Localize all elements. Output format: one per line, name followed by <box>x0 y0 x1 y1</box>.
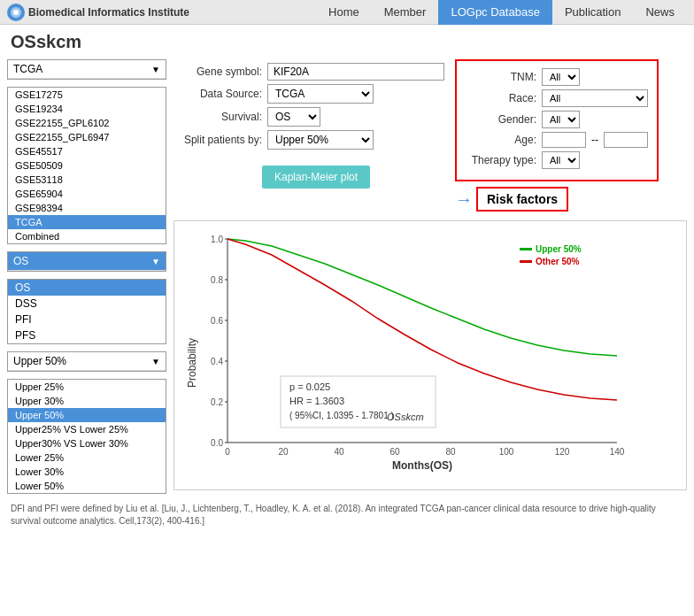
svg-text:120: 120 <box>555 447 570 457</box>
dataset-list: GSE17275 GSE19234 GSE22155_GPL6102 GSE22… <box>7 87 166 244</box>
gender-row: Gender: All <box>466 111 648 128</box>
os-dropdown[interactable]: OS ▼ <box>7 251 166 272</box>
svg-rect-27 <box>520 260 532 263</box>
split-item[interactable]: Lower 50% <box>8 479 166 493</box>
split-select[interactable]: Upper 50% <box>267 130 374 150</box>
split-item-upper50[interactable]: Upper 50% <box>8 408 166 422</box>
list-item-tcga[interactable]: TCGA <box>8 215 166 229</box>
list-item[interactable]: GSE45517 <box>8 144 166 158</box>
survival-row: Survival: OS <box>174 107 444 127</box>
nav-home[interactable]: Home <box>316 0 372 25</box>
tnm-row: TNM: All <box>466 68 648 86</box>
risk-arrow-icon: → <box>455 189 473 210</box>
os-option-os[interactable]: OS <box>8 280 166 296</box>
risk-factors-box: TNM: All Race: All Gender: <box>455 59 659 181</box>
gene-symbol-input[interactable] <box>267 63 444 81</box>
nav-news[interactable]: News <box>633 0 687 25</box>
svg-text:( 95%CI, 1.0395 - 1.7801 ): ( 95%CI, 1.0395 - 1.7801 ) <box>289 411 394 420</box>
split-label: Split patients by: <box>174 134 262 146</box>
svg-point-1 <box>13 10 19 15</box>
survival-select[interactable]: OS <box>267 107 320 127</box>
list-item[interactable]: GSE98394 <box>8 201 166 215</box>
therapy-select[interactable]: All <box>542 151 580 169</box>
list-item[interactable]: GSE50509 <box>8 158 166 173</box>
svg-text:60: 60 <box>389 447 400 457</box>
split-dropdown-header[interactable]: Upper 50% ▼ <box>8 352 166 371</box>
split-item[interactable]: Upper 30% <box>8 394 166 408</box>
os-dropdown-arrow: ▼ <box>151 257 160 266</box>
top-section: Gene symbol: Data Source: TCGA Survival:… <box>174 59 687 212</box>
gender-select[interactable]: All <box>542 111 580 128</box>
split-list: Upper 25% Upper 30% Upper 50% Upper25% V… <box>7 379 166 494</box>
data-source-label: Data Source: <box>174 88 262 100</box>
svg-text:0.0: 0.0 <box>211 438 223 448</box>
data-source-select[interactable]: TCGA <box>267 84 374 104</box>
nav-publication[interactable]: Publication <box>552 0 634 25</box>
svg-text:40: 40 <box>334 447 344 457</box>
nav-member[interactable]: Member <box>372 0 439 25</box>
split-dropdown[interactable]: Upper 50% ▼ <box>7 351 166 372</box>
svg-text:OSskcm: OSskcm <box>387 412 424 422</box>
list-item-combined[interactable]: Combined <box>8 229 166 243</box>
therapy-row: Therapy type: All <box>466 151 648 169</box>
svg-rect-25 <box>520 248 532 250</box>
kaplan-meier-button[interactable]: Kaplan-Meier plot <box>262 166 370 189</box>
os-selected-label: OS <box>13 255 28 267</box>
age-to-input[interactable] <box>604 132 648 148</box>
svg-text:0.8: 0.8 <box>211 275 223 285</box>
risk-factors-label: Risk factors <box>476 187 568 212</box>
form-area: Gene symbol: Data Source: TCGA Survival:… <box>174 59 444 192</box>
age-row: Age: -- <box>466 132 648 148</box>
list-item[interactable]: GSE17275 <box>8 88 166 102</box>
split-item[interactable]: Upper 25% <box>8 380 166 394</box>
split-item[interactable]: Lower 30% <box>8 465 166 479</box>
svg-text:Upper 50%: Upper 50% <box>536 244 582 254</box>
footer-text: DFI and PFI were defined by Liu et al. [… <box>0 497 694 533</box>
svg-text:0.4: 0.4 <box>211 357 223 366</box>
page-title: OSskcm <box>0 25 694 56</box>
kaplan-meier-chart: Probability 1.0 0.8 0.6 0.4 0.2 <box>183 230 644 478</box>
age-separator: -- <box>591 134 598 146</box>
list-item[interactable]: GSE65904 <box>8 187 166 201</box>
list-item[interactable]: GSE22155_GPL6947 <box>8 130 166 144</box>
dataset-dropdown-header[interactable]: TCGA ▼ <box>8 60 166 79</box>
split-item[interactable]: Upper30% VS Lower 30% <box>8 436 166 450</box>
os-option-pfi[interactable]: PFI <box>8 312 166 327</box>
kaplan-btn-wrapper: Kaplan-Meier plot <box>262 160 444 189</box>
tnm-label: TNM: <box>466 71 536 83</box>
split-item[interactable]: Upper25% VS Lower 25% <box>8 422 166 436</box>
chart-container: Probability 1.0 0.8 0.6 0.4 0.2 <box>174 220 687 490</box>
logo-text: Biomedical Informatics Institute <box>28 6 189 19</box>
split-item[interactable]: Lower 25% <box>8 450 166 465</box>
split-dropdown-arrow: ▼ <box>151 357 160 366</box>
race-select[interactable]: All <box>542 89 648 107</box>
svg-text:0.6: 0.6 <box>211 316 223 326</box>
gene-symbol-label: Gene symbol: <box>174 65 262 78</box>
svg-text:Months(OS): Months(OS) <box>392 459 452 472</box>
age-from-input[interactable] <box>542 132 586 148</box>
os-option-dss[interactable]: DSS <box>8 296 166 312</box>
logo-icon <box>7 4 25 21</box>
nav-links: Home Member LOGpc Database Publication N… <box>316 0 687 25</box>
list-item[interactable]: GSE19234 <box>8 102 166 116</box>
svg-text:0.2: 0.2 <box>211 397 223 407</box>
list-item[interactable]: GSE53118 <box>8 173 166 187</box>
split-selected-label: Upper 50% <box>13 355 66 367</box>
svg-text:80: 80 <box>445 447 456 457</box>
dataset-dropdown-arrow: ▼ <box>151 65 160 74</box>
dataset-dropdown[interactable]: TCGA ▼ <box>7 59 166 80</box>
risk-label-row: → Risk factors <box>455 187 568 212</box>
nav-logpc[interactable]: LOGpc Database <box>438 0 551 25</box>
tnm-select[interactable]: All <box>542 68 580 86</box>
svg-text:20: 20 <box>278 447 289 457</box>
os-option-pfs[interactable]: PFS <box>8 327 166 343</box>
center-panel: Gene symbol: Data Source: TCGA Survival:… <box>174 59 687 494</box>
list-item[interactable]: GSE22155_GPL6102 <box>8 116 166 130</box>
age-label: Age: <box>466 134 536 146</box>
svg-text:Other  50%: Other 50% <box>536 257 580 266</box>
nav-logo: Biomedical Informatics Institute <box>7 4 189 21</box>
svg-text:1.0: 1.0 <box>211 235 223 244</box>
left-panel: TCGA ▼ GSE17275 GSE19234 GSE22155_GPL610… <box>7 59 166 494</box>
os-dropdown-header[interactable]: OS ▼ <box>8 252 166 271</box>
race-label: Race: <box>466 92 536 104</box>
